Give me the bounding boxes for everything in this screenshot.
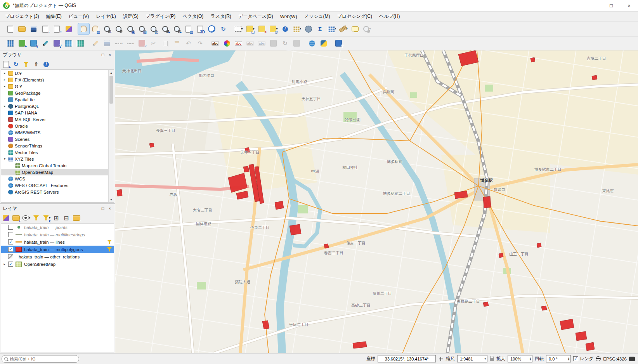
layer-visibility-checkbox[interactable] (8, 262, 13, 267)
measure-button[interactable]: ▾ (338, 23, 349, 35)
browser-tree-item[interactable]: ArcGIS REST Servers (1, 189, 114, 195)
save-layer-edits-button[interactable] (101, 38, 113, 49)
browser-tree-item[interactable]: ▸ PostgreSQL (1, 103, 114, 109)
menu-item[interactable]: プロジェクト(J) (2, 12, 43, 21)
close-panel-button[interactable]: × (106, 205, 113, 211)
processing-toolbox-button[interactable] (303, 23, 314, 35)
add-feature-button[interactable]: ▾ (113, 38, 124, 49)
browser-tree-item[interactable]: SpatiaLite (1, 96, 114, 103)
close-panel-button[interactable]: × (106, 52, 113, 58)
map-tips-button[interactable] (349, 23, 361, 35)
browser-tree-item[interactable]: Vector Tiles (1, 149, 114, 156)
expand-arrow-icon[interactable]: ▸ (3, 262, 6, 266)
layer-visibility-checkbox[interactable] (8, 232, 13, 237)
new-shapefile-layer-button[interactable] (28, 38, 39, 49)
new-project-button[interactable] (5, 23, 16, 35)
layer-row[interactable]: ▸ OpenStreetMap (1, 260, 114, 268)
zoom-next-button[interactable] (171, 23, 182, 35)
menu-item[interactable]: メッシュ(M) (300, 12, 333, 21)
new-geopackage-layer-button[interactable] (16, 38, 28, 49)
scrollbar-thumb[interactable] (109, 76, 113, 104)
crs-icon[interactable] (596, 356, 601, 361)
menu-item[interactable]: プロセシング(C) (334, 12, 376, 21)
add-delimited-text-button[interactable] (63, 38, 74, 49)
filter-indicator-icon[interactable] (107, 247, 112, 251)
menu-item[interactable]: Web(W) (277, 12, 301, 21)
layer-visibility-checkbox[interactable] (8, 254, 13, 259)
new-temporary-scratch-layer-button[interactable] (40, 38, 51, 49)
expand-arrow-icon[interactable]: ▸ (3, 71, 7, 75)
deselect-features-button[interactable] (256, 23, 267, 35)
browser-scrollbar[interactable]: ▲ ▼ (108, 70, 114, 202)
browser-tree-item[interactable]: ▸ D:¥ (1, 70, 114, 76)
layer-row[interactable]: hakata_train — multilinestrings (1, 231, 114, 238)
scroll-up-icon[interactable]: ▲ (109, 70, 114, 75)
undo-button[interactable] (183, 38, 194, 49)
minimize-button[interactable]: — (584, 0, 602, 11)
remove-layer-button[interactable] (72, 213, 81, 223)
layer-visibility-checkbox[interactable] (8, 247, 13, 252)
browser-tree-item[interactable]: SensorThings (1, 142, 114, 149)
expand-arrow-icon[interactable]: ▸ (3, 85, 7, 88)
new-3d-map-view-button[interactable] (194, 23, 206, 35)
save-project-button[interactable] (28, 23, 39, 35)
zoom-last-button[interactable] (160, 23, 171, 35)
move-label-button[interactable] (268, 38, 279, 49)
layer-labeling-button[interactable] (210, 38, 221, 49)
layer-row[interactable]: hakata_train — points (1, 224, 114, 231)
paste-features-button[interactable] (171, 38, 182, 49)
select-by-location-button[interactable]: ▾ (268, 23, 279, 35)
zoom-to-selection-button[interactable] (136, 23, 147, 35)
menu-item[interactable]: レイヤ(L) (92, 12, 120, 21)
rotate-label-button[interactable] (279, 38, 291, 49)
manage-map-themes-button[interactable]: ▾ (21, 213, 31, 223)
browser-tree-item[interactable]: MS SQL Server (1, 116, 114, 123)
browser-tree-item[interactable]: ▸ F:¥ (Elements) (1, 76, 114, 83)
scale-combobox[interactable]: 1:9481 ▾ (457, 355, 487, 362)
delete-selected-button[interactable] (136, 38, 147, 49)
menu-item[interactable]: 設定(S) (120, 12, 142, 21)
coordinate-input[interactable] (378, 355, 436, 362)
cut-features-button[interactable] (148, 38, 159, 49)
menu-item[interactable]: ベクタ(O) (179, 12, 207, 21)
menu-item[interactable]: ビュー(V) (65, 12, 93, 21)
menu-item[interactable]: ヘルプ(H) (376, 12, 404, 21)
scroll-down-icon[interactable]: ▼ (109, 197, 114, 202)
filter-indicator-icon[interactable] (107, 240, 112, 244)
pan-to-selection-button[interactable] (90, 23, 101, 35)
open-project-button[interactable] (16, 23, 28, 35)
zoom-in-button[interactable] (101, 23, 113, 35)
locator-search[interactable] (2, 355, 79, 363)
float-panel-button[interactable]: □ (99, 52, 106, 58)
spinner-arrows-icon[interactable]: ▴▾ (530, 357, 531, 361)
osm-place-search-button[interactable] (306, 38, 317, 49)
refresh-browser-button[interactable] (11, 60, 21, 69)
open-layer-styling-button[interactable] (1, 213, 10, 223)
expand-all-button[interactable] (52, 213, 61, 223)
menu-item[interactable]: 編集(E) (43, 12, 65, 21)
new-print-layout-button[interactable] (40, 23, 51, 35)
layer-row[interactable]: hakata_train — multipolygons (1, 246, 114, 253)
vertex-tool-button[interactable]: ▾ (125, 38, 136, 49)
zoom-out-button[interactable] (113, 23, 124, 35)
statistics-summary-button[interactable] (314, 23, 326, 35)
layer-row[interactable]: hakata_train — other_relations (1, 253, 114, 260)
filter-by-expression-button[interactable]: ▾ (42, 213, 51, 223)
layer-visibility-checkbox[interactable] (8, 225, 13, 230)
new-virtual-layer-button[interactable] (51, 38, 62, 49)
expand-arrow-icon[interactable]: ▸ (3, 104, 7, 108)
new-map-view-button[interactable] (183, 23, 194, 35)
attribute-table-button[interactable]: ▾ (326, 23, 337, 35)
search-input[interactable] (10, 357, 76, 361)
rotation-spinbox[interactable]: 0.0 ° ▴▾ (546, 355, 571, 362)
maximize-button[interactable]: □ (602, 0, 620, 11)
zoom-full-button[interactable] (125, 23, 136, 35)
close-button[interactable]: × (620, 0, 638, 11)
temporal-controller-button[interactable] (206, 23, 217, 35)
layout-manager-button[interactable] (51, 23, 62, 35)
locator-options-button[interactable]: ▾ (361, 23, 372, 35)
browser-tree-item[interactable]: ▾ XYZ Tiles (1, 156, 114, 162)
data-source-manager-button[interactable] (5, 38, 16, 49)
add-selected-layers-button[interactable] (1, 60, 10, 69)
copy-features-button[interactable] (160, 38, 171, 49)
